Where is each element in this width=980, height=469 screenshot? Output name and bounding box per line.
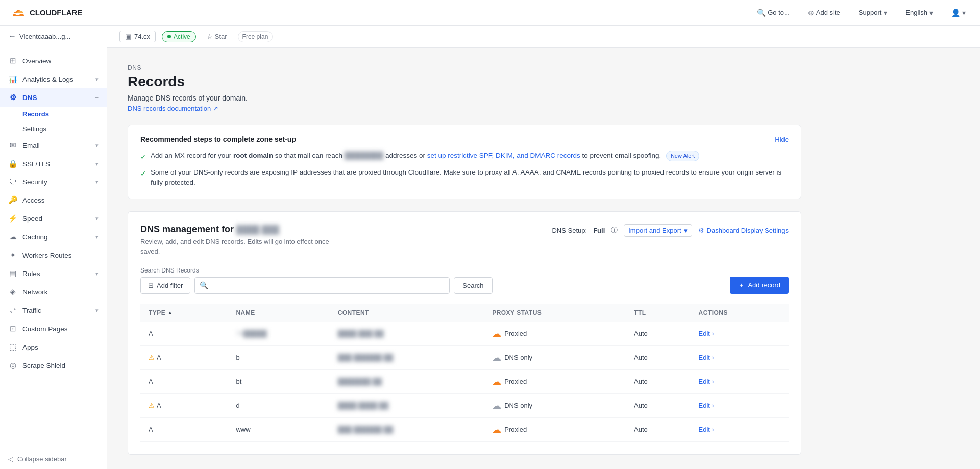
col-content[interactable]: Content	[330, 304, 484, 322]
chevron-down-icon: ▾	[95, 215, 99, 222]
import-export-button[interactable]: Import and Export ▾	[624, 224, 692, 237]
chevron-down-icon: ▾	[684, 227, 688, 234]
search-input[interactable]	[194, 277, 450, 294]
sidebar-item-traffic[interactable]: ⇌ Traffic ▾	[0, 301, 107, 319]
gear-icon: ⚙	[698, 227, 704, 234]
status-dot	[167, 35, 171, 38]
hide-button[interactable]: Hide	[775, 136, 789, 143]
docs-link[interactable]: DNS records documentation ↗	[128, 105, 218, 112]
search-icon: 🔍	[757, 9, 766, 17]
dns-submenu: Records Settings	[0, 107, 107, 136]
record-content: ████ ███ ██	[330, 322, 484, 345]
plan-badge: Free plan	[238, 31, 273, 42]
record-proxy: ☁ DNS only	[484, 393, 626, 417]
user-menu-button[interactable]: 👤 ▾	[947, 7, 970, 19]
main-layout: ← Vicentcaaab...g... ⊞ Overview 📊 Analyt…	[0, 26, 980, 469]
add-record-button[interactable]: ＋ Add record	[730, 277, 789, 294]
sidebar-sub-item-records[interactable]: Records	[22, 107, 107, 121]
goto-button[interactable]: 🔍 Go to...	[753, 7, 794, 19]
record-type: ⚠A	[140, 393, 228, 417]
sidebar-navigation: ⊞ Overview 📊 Analytics & Logs ▾ ⚙ DNS −	[0, 47, 107, 449]
record-type: A	[140, 369, 228, 393]
search-icon: 🔍	[200, 281, 208, 289]
warning-icon: ⚠	[149, 354, 155, 361]
support-button[interactable]: Support ▾	[854, 7, 892, 19]
top-navigation: CLOUDFLARE 🔍 Go to... ⊕ Add site Support…	[0, 0, 980, 26]
proxied-icon: ☁	[492, 328, 501, 339]
spf-dkim-link[interactable]: set up restrictive SPF, DKIM, and DMARC …	[427, 152, 580, 159]
info-icon[interactable]: ⓘ	[611, 226, 618, 235]
sidebar-item-access[interactable]: 🔑 Access	[0, 191, 107, 209]
col-name[interactable]: Name	[228, 304, 329, 322]
record-proxy: ☁ Proxied	[484, 322, 626, 345]
sidebar-item-analytics[interactable]: 📊 Analytics & Logs ▾	[0, 70, 107, 88]
record-name: www	[228, 417, 329, 441]
sidebar-item-scrape-shield[interactable]: ◎ Scrape Shield	[0, 356, 107, 375]
cloudflare-logo[interactable]: CLOUDFLARE	[10, 7, 82, 18]
record-proxy: ☁ DNS only	[484, 345, 626, 369]
sidebar-item-network[interactable]: ◈ Network	[0, 283, 107, 301]
sidebar-item-ssl[interactable]: 🔒 SSL/TLS ▾	[0, 155, 107, 173]
chevron-down-icon: ▾	[929, 9, 933, 17]
speed-icon: ⚡	[8, 214, 17, 223]
col-proxy-status[interactable]: Proxy status	[484, 304, 626, 322]
email-icon: ✉	[8, 141, 17, 150]
chevron-down-icon: ▾	[95, 161, 99, 167]
rules-icon: ▤	[8, 269, 17, 278]
domain-tag[interactable]: ▣ 74.cx	[119, 31, 156, 42]
key-icon: 🔑	[8, 195, 17, 205]
proxied-icon: ☁	[492, 424, 501, 435]
recommended-title: Recommended steps to complete zone set-u…	[140, 135, 296, 143]
edit-button[interactable]: Edit ›	[699, 378, 714, 385]
sidebar-item-dns[interactable]: ⚙ DNS −	[0, 88, 107, 107]
network-icon: ◈	[8, 287, 17, 297]
sidebar-sub-item-settings[interactable]: Settings	[22, 121, 107, 136]
logo-area: CLOUDFLARE	[10, 7, 82, 18]
record-type: A	[140, 417, 228, 441]
sidebar-item-caching[interactable]: ☁ Caching ▾	[0, 228, 107, 246]
search-button[interactable]: Search	[454, 277, 492, 294]
star-button[interactable]: ☆ Star	[202, 31, 232, 42]
external-link-icon: ↗	[213, 105, 218, 112]
record-content: ███ ██████ ██	[330, 417, 484, 441]
dashboard-settings-button[interactable]: ⚙ Dashboard Display Settings	[698, 227, 789, 234]
back-arrow-icon[interactable]: ←	[8, 32, 16, 41]
dns-mgmt-description: Review, add, and edit DNS records. Edits…	[140, 237, 345, 257]
edit-button[interactable]: Edit ›	[699, 402, 714, 409]
sidebar-item-overview[interactable]: ⊞ Overview	[0, 52, 107, 70]
record-name: bt	[228, 369, 329, 393]
collapse-sidebar-button[interactable]: ◁ Collapse sidebar	[0, 449, 107, 469]
dns-management-box: DNS management for ████ ███ Review, add,…	[128, 211, 801, 455]
monitor-icon: ▣	[125, 33, 131, 40]
dns-setup-label: DNS Setup:	[552, 227, 587, 234]
check-icon: ✓	[140, 152, 146, 162]
table-row: A bt ███████ ██ ☁ Proxied Auto	[140, 369, 789, 393]
sidebar-item-workers[interactable]: ✦ Workers Routes	[0, 246, 107, 264]
language-button[interactable]: English ▾	[901, 7, 937, 19]
record-ttl: Auto	[626, 417, 690, 441]
sidebar-item-speed[interactable]: ⚡ Speed ▾	[0, 209, 107, 228]
chevron-down-icon: ▾	[95, 76, 99, 83]
edit-button[interactable]: Edit ›	[699, 330, 714, 337]
dns-only-icon: ☁	[492, 352, 501, 363]
sidebar-item-apps[interactable]: ⬚ Apps	[0, 338, 107, 356]
sidebar-item-custom-pages[interactable]: ⊡ Custom Pages	[0, 319, 107, 338]
lock-icon: 🔒	[8, 159, 17, 168]
page-content: DNS Records Manage DNS records of your d…	[107, 48, 822, 469]
caching-icon: ☁	[8, 232, 17, 241]
col-type[interactable]: Type ▲	[140, 304, 228, 322]
sidebar-item-security[interactable]: 🛡 Security ▾	[0, 173, 107, 191]
edit-button[interactable]: Edit ›	[699, 426, 714, 433]
traffic-icon: ⇌	[8, 306, 17, 315]
collapse-icon: ◁	[8, 455, 13, 463]
add-filter-button[interactable]: ⊟ Add filter	[140, 277, 190, 294]
domain-bar: ▣ 74.cx Active ☆ Star Free plan	[107, 26, 980, 48]
add-site-button[interactable]: ⊕ Add site	[804, 7, 844, 19]
edit-button[interactable]: Edit ›	[699, 354, 714, 361]
sidebar-item-email[interactable]: ✉ Email ▾	[0, 136, 107, 155]
recommended-item-2: ✓ Some of your DNS-only records are expo…	[140, 167, 789, 188]
sidebar-item-rules[interactable]: ▤ Rules ▾	[0, 264, 107, 283]
chevron-down-icon: ▾	[95, 179, 99, 185]
col-ttl[interactable]: TTL	[626, 304, 690, 322]
record-ttl: Auto	[626, 345, 690, 369]
